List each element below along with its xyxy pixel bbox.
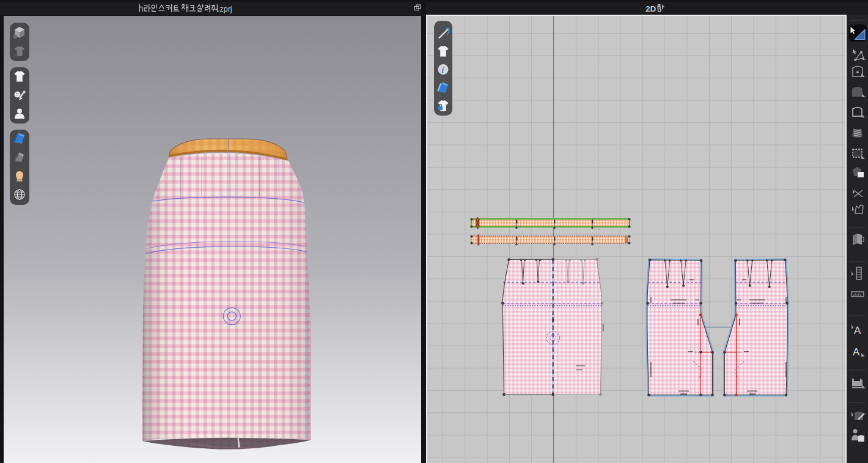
svg-text:A: A (854, 325, 861, 336)
svg-text:2D: 2D (645, 4, 657, 13)
svg-text:.zprj: .zprj (218, 5, 232, 13)
svg-text:A: A (853, 346, 860, 358)
